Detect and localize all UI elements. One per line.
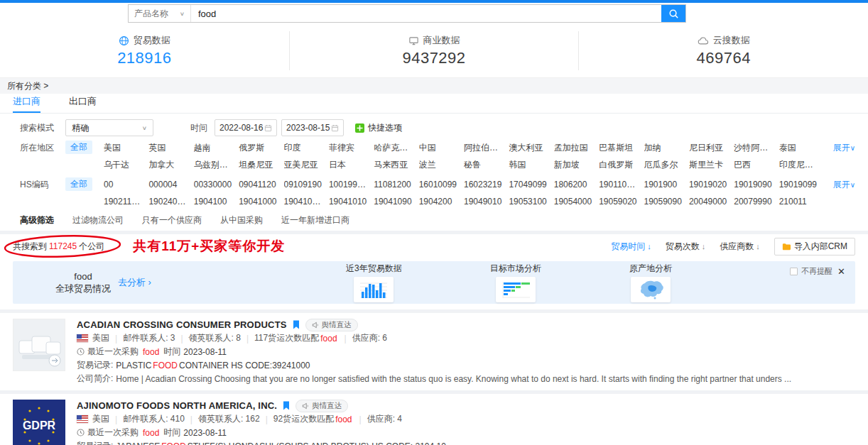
quick-filter-item[interactable]: 只有一个供应商	[142, 214, 202, 226]
hs-code-item[interactable]: 1902400000	[148, 193, 189, 210]
hs-code-item[interactable]: 1904200	[419, 193, 460, 210]
hs-all-filter[interactable]: 全部	[65, 177, 92, 191]
region-item[interactable]: 巴西	[734, 156, 774, 173]
hs-code-item[interactable]: 210011	[779, 193, 820, 210]
region-item[interactable]: 乌兹别克斯坦	[194, 156, 234, 173]
hs-expand-link[interactable]: 展开∨	[820, 176, 855, 194]
region-item[interactable]: 澳大利亚	[509, 139, 549, 156]
advanced-filter-button[interactable]: 高级筛选	[20, 214, 54, 226]
region-item[interactable]: 巴基斯坦	[599, 139, 639, 156]
bookmark-icon[interactable]	[293, 320, 300, 329]
hs-code-item[interactable]: 16023219	[464, 176, 504, 193]
hs-code-item[interactable]: 19019099	[779, 176, 820, 193]
region-item[interactable]: 斯里兰卡	[689, 156, 729, 173]
quick-filter-item[interactable]: 从中国采购	[220, 214, 263, 226]
region-item[interactable]: 秘鲁	[464, 156, 504, 173]
stat-business-data[interactable]: 商业数据 9437292	[290, 24, 579, 77]
date-from-input[interactable]: 2022-08-16	[215, 119, 277, 136]
company-logo[interactable]: GDPR	[13, 400, 65, 445]
shipments-matched[interactable]: 117货运次数匹配	[254, 332, 319, 344]
hs-code-item[interactable]: 19059090	[644, 193, 685, 210]
region-item[interactable]: 日本	[329, 156, 369, 173]
search-button[interactable]	[661, 5, 685, 22]
tab-importer[interactable]: 进口商	[13, 95, 40, 113]
company-photo[interactable]	[13, 319, 65, 371]
email-contacts[interactable]: 邮件联系人: 410	[123, 413, 185, 425]
sentiment-badge[interactable]: 舆情直达	[305, 319, 358, 331]
region-item[interactable]: 孟加拉国	[554, 139, 595, 156]
stat-cloud-search-data[interactable]: 云搜数据 469764	[579, 24, 868, 77]
tab-exporter[interactable]: 出口商	[69, 95, 97, 113]
region-item[interactable]: 白俄罗斯	[599, 156, 639, 173]
sentiment-badge[interactable]: 舆情直达	[295, 400, 348, 412]
company-name[interactable]: AJINOMOTO FOODS NORTH AMERICA, INC.	[77, 400, 277, 411]
hs-code-item[interactable]: 19041090	[374, 193, 414, 210]
hs-code-item[interactable]: 19019020	[689, 176, 729, 193]
region-item[interactable]: 俄罗斯	[239, 139, 279, 156]
date-to-input[interactable]: 2023-08-15	[281, 119, 344, 136]
region-item[interactable]: 中国	[419, 139, 460, 156]
dont-remind-checkbox[interactable]	[790, 268, 798, 275]
region-item[interactable]: 乌干达	[104, 156, 144, 173]
region-all-filter[interactable]: 全部	[65, 141, 92, 154]
region-item[interactable]: 新加坡	[554, 156, 595, 173]
region-item[interactable]: 韩国	[509, 156, 549, 173]
hs-code-item[interactable]: 11081200	[374, 176, 414, 193]
hs-code-item[interactable]: 20049000	[689, 193, 729, 210]
hs-code-item[interactable]: 19041000	[239, 193, 279, 210]
shipments-matched[interactable]: 92货运次数匹配	[273, 413, 334, 425]
hs-code-item[interactable]: 09041120	[239, 176, 279, 193]
region-item[interactable]: 亚美尼亚	[284, 156, 325, 173]
region-item[interactable]: 厄瓜多尔	[644, 156, 685, 173]
target-market-chart-card[interactable]	[496, 277, 536, 302]
region-item[interactable]: 坦桑尼亚	[239, 156, 279, 173]
origin-analysis-card[interactable]	[631, 277, 671, 302]
region-item[interactable]: 印度尼西亚	[779, 156, 820, 173]
hs-code-item[interactable]: 09109190	[284, 176, 325, 193]
search-category-dropdown[interactable]: 产品名称 ∨	[129, 5, 191, 22]
hs-code-item[interactable]: 1001990000	[329, 176, 369, 193]
region-item[interactable]: 菲律宾	[329, 139, 369, 156]
hs-code-item[interactable]: 00	[104, 176, 144, 193]
hs-code-item[interactable]: 17049099	[509, 176, 549, 193]
bookmark-icon[interactable]	[283, 401, 290, 410]
hs-code-item[interactable]: 1904100	[194, 193, 234, 210]
hs-code-item[interactable]: 19041010	[329, 193, 369, 210]
region-item[interactable]: 加纳	[644, 139, 685, 156]
region-item[interactable]: 印度	[284, 139, 325, 156]
search-mode-select[interactable]: 精确 ∨	[65, 119, 153, 136]
sort-trade-time[interactable]: 贸易时间↓	[611, 241, 651, 253]
hs-code-item[interactable]: 19019090	[734, 176, 774, 193]
breadcrumb[interactable]: 所有分类 >	[0, 78, 868, 94]
quick-options-button[interactable]: 快捷选项	[355, 119, 402, 136]
region-item[interactable]: 英国	[148, 139, 189, 156]
trade-data-chart-card[interactable]	[354, 277, 394, 302]
region-item[interactable]: 美国	[104, 139, 144, 156]
region-item[interactable]: 越南	[194, 139, 234, 156]
region-item[interactable]: 尼日利亚	[689, 139, 729, 156]
company-name[interactable]: ACADIAN CROSSING CONSUMER PRODUCTS	[77, 319, 287, 330]
email-contacts[interactable]: 邮件联系人: 3	[123, 332, 175, 344]
linkedin-contacts[interactable]: 领英联系人: 162	[198, 413, 260, 425]
hs-code-item[interactable]: 19054000	[554, 193, 595, 210]
supplier-count[interactable]: 供应商: 4	[367, 413, 402, 425]
hs-code-item[interactable]: 1901100000	[599, 176, 639, 193]
region-item[interactable]: 阿拉伯联合酋长国	[464, 139, 504, 156]
supplier-count[interactable]: 供应商: 6	[352, 332, 387, 344]
sort-supplier-count[interactable]: 供应商数↓	[720, 241, 760, 253]
region-item[interactable]: 沙特阿拉伯	[734, 139, 774, 156]
hs-code-item[interactable]: 00330000	[194, 176, 234, 193]
region-item[interactable]: 波兰	[419, 156, 460, 173]
hs-code-item[interactable]: 20079990	[734, 193, 774, 210]
region-item[interactable]: 泰国	[779, 139, 820, 156]
search-input[interactable]	[191, 5, 661, 22]
quick-filter-item[interactable]: 过滤物流公司	[72, 214, 124, 226]
close-icon[interactable]: ✕	[837, 266, 845, 277]
stat-trade-data[interactable]: 贸易数据 218916	[0, 24, 289, 77]
hs-code-item[interactable]: 19053100	[509, 193, 549, 210]
hs-code-item[interactable]: 1806200	[554, 176, 595, 193]
hs-code-item[interactable]: 19049010	[464, 193, 504, 210]
region-item[interactable]: 加拿大	[148, 156, 189, 173]
linkedin-contacts[interactable]: 领英联系人: 8	[189, 332, 241, 344]
analyze-link[interactable]: 去分析 ›	[118, 276, 151, 289]
